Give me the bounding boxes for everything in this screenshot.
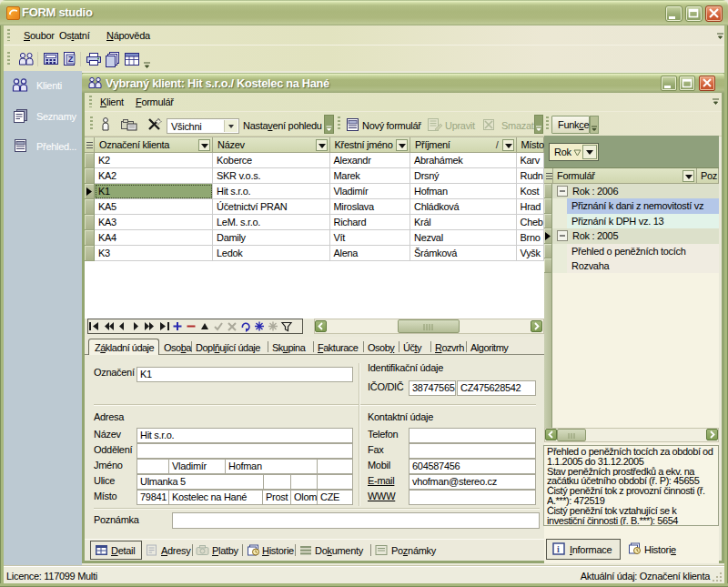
svg-text:Z: Z <box>68 55 74 64</box>
